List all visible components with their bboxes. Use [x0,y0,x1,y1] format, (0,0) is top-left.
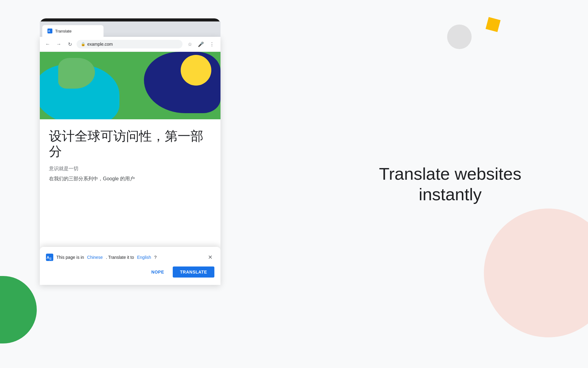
star-button[interactable]: ☆ [185,39,195,49]
translate-favicon: A [47,28,53,34]
mic-icon: 🎤 [198,41,204,47]
menu-icon: ⋮ [209,41,214,47]
forward-icon: → [56,41,61,47]
banner-message: A 文 This page is in Chinese. Translate i… [46,254,156,261]
star-icon: ☆ [188,41,192,47]
headline: Translate websites instantly [374,163,527,205]
reload-icon: ↻ [68,41,72,47]
headline-line1: Translate websites [379,164,522,183]
webpage-content: 设计全球可访问性，第一部分 意识就是一切 在我们的三部分系列中，Google 的… [40,52,221,285]
banner-message-prefix: This page is in [56,255,84,260]
close-button[interactable]: ✕ [206,253,214,262]
lock-icon: 🔒 [81,42,85,46]
source-language: Chinese [87,255,103,260]
translate-banner: A 文 This page is in Chinese. Translate i… [40,247,221,285]
banner-actions: NOPE TRANSLATE [46,266,214,278]
reload-button[interactable]: ↻ [66,40,74,48]
url-text: example.com [87,42,113,47]
article-subtitle: 意识就是一切 [49,166,211,172]
tab-bar: A Translate [40,21,221,37]
svg-text:文: 文 [49,257,52,260]
article-title: 设计全球可访问性，第一部分 [49,128,211,159]
browser-outer: A Translate ← → ↻ 🔒 [40,18,221,285]
browser-tab[interactable]: A Translate [42,25,104,37]
headline-line2: instantly [419,185,481,204]
blob-navy [144,52,221,113]
forward-button[interactable]: → [55,40,63,48]
article-content: 设计全球可访问性，第一部分 意识就是一切 在我们的三部分系列中，Google 的… [40,119,221,188]
address-bar[interactable]: 🔒 example.com [77,40,183,48]
banner-top-row: A 文 This page is in Chinese. Translate i… [46,253,214,262]
svg-text:A: A [48,29,50,33]
address-bar-row: ← → ↻ 🔒 example.com ☆ 🎤 [40,37,221,52]
tab-title: Translate [55,29,72,33]
back-icon: ← [45,41,50,47]
translate-banner-icon: A 文 [46,254,53,261]
address-actions: ☆ 🎤 ⋮ [185,39,217,49]
nope-button[interactable]: NOPE [146,267,169,277]
mic-button[interactable]: 🎤 [196,39,206,49]
hero-image [40,52,221,119]
menu-button[interactable]: ⋮ [207,39,217,49]
bg-shape-green [0,276,37,343]
bg-circle-pink [484,209,588,337]
banner-message-middle: . Translate it to [106,255,134,260]
browser-mockup: A Translate ← → ↻ 🔒 [40,18,221,288]
article-body: 在我们的三部分系列中，Google 的用户 [49,176,211,182]
bg-square-yellow [486,17,501,32]
browser-chrome: ← → ↻ 🔒 example.com ☆ 🎤 [40,37,221,285]
blob-yellow [181,55,211,86]
banner-message-suffix: ? [154,255,156,260]
back-button[interactable]: ← [43,40,52,48]
target-language: English [137,255,151,260]
bg-circle-gray [447,25,472,49]
right-content: Translate websites instantly [374,163,527,205]
translate-button[interactable]: TRANSLATE [173,266,214,278]
